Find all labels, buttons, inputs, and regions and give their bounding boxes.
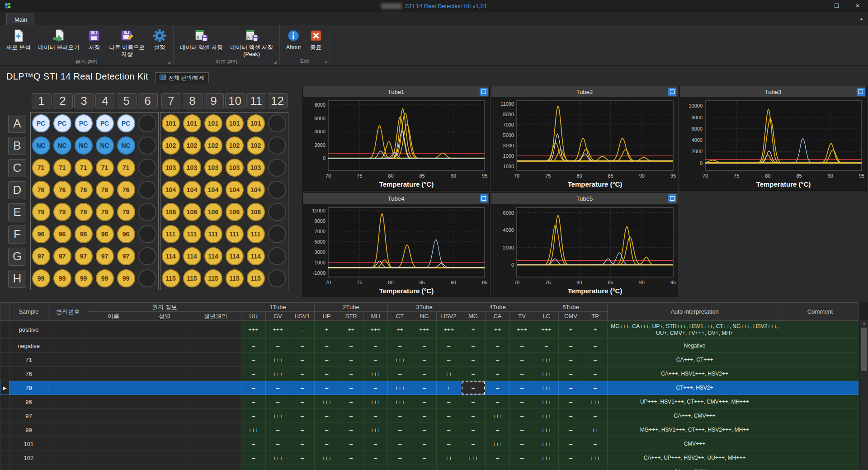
result-cell-cmv[interactable]: – — [559, 339, 583, 353]
table-row-positive[interactable]: positive++++++–+++++++++++++++++++++++++… — [0, 321, 859, 339]
result-cell-ct[interactable]: – — [388, 367, 412, 381]
well-E8[interactable]: 106 — [183, 203, 201, 221]
result-cell-ca[interactable]: +++ — [486, 437, 510, 451]
result-cell-cmv[interactable]: – — [559, 353, 583, 367]
well-G4[interactable]: 97 — [96, 247, 114, 265]
well-H11[interactable]: 115 — [247, 269, 265, 287]
well-A6[interactable] — [138, 114, 156, 132]
result-cell-hsv1[interactable]: – — [290, 395, 315, 409]
well-F3[interactable]: 96 — [75, 225, 93, 243]
well-G10[interactable]: 114 — [226, 247, 244, 265]
result-cell-mg[interactable]: – — [461, 381, 486, 395]
result-cell-ng[interactable]: – — [412, 423, 437, 437]
name-cell[interactable] — [88, 367, 139, 381]
result-cell-uu[interactable]: – — [241, 381, 266, 395]
result-cell-mh[interactable]: +++ — [363, 367, 388, 381]
name-cell[interactable] — [88, 395, 139, 409]
table-row-97[interactable]: 97–+++––––––––+++–+++––CA+++, CMV+++ — [0, 409, 859, 423]
gender-cell[interactable] — [139, 409, 190, 423]
gender-cell[interactable] — [139, 367, 190, 381]
well-D7[interactable]: 104 — [162, 181, 180, 199]
plate-column-header-7[interactable]: 7 — [161, 93, 181, 108]
result-cell-cmv[interactable]: – — [559, 451, 583, 465]
result-cell-tp[interactable]: – — [583, 367, 608, 381]
pathology-cell[interactable] — [48, 339, 88, 353]
chart-expand-icon[interactable] — [668, 194, 676, 202]
name-cell[interactable] — [88, 321, 139, 339]
plate-column-header-1[interactable]: 1 — [32, 93, 52, 108]
result-cell-tv[interactable]: – — [510, 339, 534, 353]
ribbon-button-load-data[interactable]: 데이터 불러오기 — [34, 27, 83, 52]
well-H3[interactable]: 99 — [75, 269, 93, 287]
result-cell-i-c[interactable]: +++ — [534, 465, 559, 470]
result-cell-mh[interactable]: – — [363, 465, 388, 470]
result-cell-ct[interactable]: – — [388, 409, 412, 423]
well-E11[interactable]: 106 — [247, 203, 265, 221]
plate-column-header-3[interactable]: 3 — [74, 93, 94, 108]
plate-row-header-F[interactable]: F — [8, 226, 26, 244]
well-D12[interactable] — [268, 181, 286, 199]
well-C2[interactable]: 71 — [53, 159, 71, 177]
result-cell-ct[interactable]: – — [388, 451, 412, 465]
well-H6[interactable] — [138, 269, 156, 287]
auto-interpretation-cell[interactable]: MG+++, HSV1+++, CT+++, HSV2+++, MH++ — [608, 423, 782, 437]
well-B1[interactable]: NC — [32, 136, 50, 155]
plate-column-header-6[interactable]: 6 — [138, 93, 158, 108]
comment-cell[interactable] — [782, 451, 859, 465]
sample-cell[interactable]: 102 — [9, 451, 48, 465]
result-cell-tp[interactable]: ++ — [583, 423, 608, 437]
well-F12[interactable] — [268, 225, 286, 243]
sample-cell[interactable]: 103 — [9, 465, 48, 470]
result-cell-ct[interactable]: +++ — [388, 395, 412, 409]
well-G2[interactable]: 97 — [53, 247, 71, 265]
pathology-cell[interactable] — [48, 395, 88, 409]
result-cell-ca[interactable]: – — [486, 395, 510, 409]
sample-cell[interactable]: 97 — [9, 409, 48, 423]
plate-column-header-4[interactable]: 4 — [95, 93, 115, 108]
result-cell-gv[interactable]: +++ — [266, 409, 290, 423]
result-cell-uu[interactable]: – — [241, 409, 266, 423]
table-row-79[interactable]: ▶79––––––+++–+–––+++––CT+++, HSV2+ — [0, 381, 859, 395]
comment-cell[interactable] — [782, 367, 859, 381]
name-cell[interactable] — [88, 339, 139, 353]
name-cell[interactable] — [88, 451, 139, 465]
plate-column-header-11[interactable]: 11 — [246, 93, 266, 108]
well-D9[interactable]: 104 — [204, 181, 222, 199]
well-E1[interactable]: 79 — [32, 203, 50, 221]
well-G9[interactable]: 114 — [204, 247, 222, 265]
result-cell-up[interactable]: – — [315, 409, 339, 423]
plate-column-header-8[interactable]: 8 — [183, 93, 203, 108]
minimize-button[interactable]: — — [806, 0, 826, 12]
well-B11[interactable]: 102 — [247, 136, 265, 155]
well-B5[interactable]: NC — [117, 136, 135, 155]
result-cell-gv[interactable]: +++ — [266, 353, 290, 367]
well-D1[interactable]: 76 — [32, 181, 50, 199]
well-A11[interactable]: 101 — [247, 114, 265, 132]
result-cell-tp[interactable]: – — [583, 381, 608, 395]
ribbon-button-new-analysis[interactable]: 새로 분석 — [3, 27, 34, 52]
scroll-up-icon[interactable]: ▲ — [860, 320, 868, 327]
name-cell[interactable] — [88, 409, 139, 423]
result-cell-tv[interactable]: – — [510, 451, 534, 465]
result-cell-mg[interactable]: – — [461, 465, 486, 470]
result-cell-up[interactable]: – — [315, 465, 339, 470]
result-cell-str[interactable]: – — [339, 339, 363, 353]
result-cell-up[interactable]: – — [315, 423, 339, 437]
table-row-negative[interactable]: negative–––––––––––––––Negative — [0, 339, 859, 353]
result-cell-hsv2[interactable]: – — [437, 465, 461, 470]
result-cell-ca[interactable]: – — [486, 381, 510, 395]
ribbon-button-about[interactable]: About — [283, 27, 305, 52]
result-cell-tv[interactable]: +++ — [510, 321, 534, 339]
result-cell-uu[interactable]: +++ — [241, 321, 266, 339]
chart-expand-icon[interactable] — [480, 88, 488, 96]
result-cell-tp[interactable]: +++ — [583, 395, 608, 409]
result-cell-mh[interactable]: – — [363, 409, 388, 423]
table-row-101[interactable]: 101––––––––––+++–+++––CMV+++ — [0, 437, 859, 451]
well-E6[interactable] — [138, 203, 156, 221]
ribbon-button-exit[interactable]: 종료 — [305, 27, 327, 52]
well-C10[interactable]: 103 — [226, 159, 244, 177]
result-cell-ng[interactable]: – — [412, 409, 437, 423]
result-cell-hsv2[interactable]: – — [437, 339, 461, 353]
result-cell-i-c[interactable]: +++ — [534, 381, 559, 395]
ribbon-button-excel-save-peak[interactable]: X데이터 엑셀 저장 (Peak) — [226, 27, 276, 59]
